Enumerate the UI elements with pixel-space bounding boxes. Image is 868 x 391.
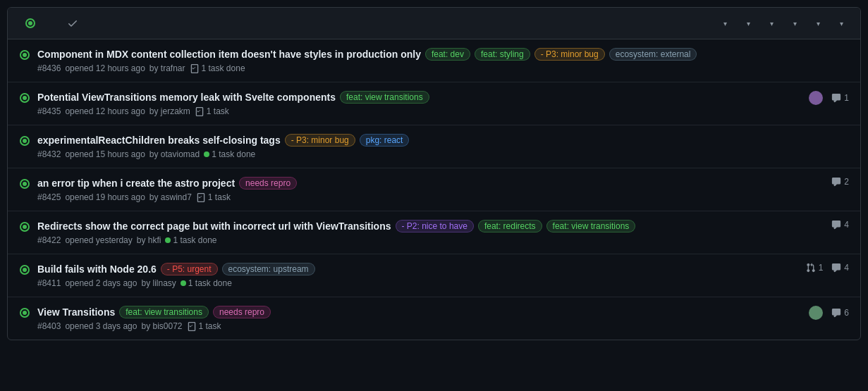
issue-label[interactable]: - P2: nice to have: [396, 220, 474, 232]
issue-title-line: Build fails with Node 20.6- P5: urgentec…: [37, 263, 799, 275]
issues-list: ▾ ▾ ▾ ▾ ▾ ▾ Component in: [7, 7, 861, 340]
issue-label[interactable]: - P3: minor bug: [285, 134, 355, 147]
issue-label[interactable]: ecosystem: upstream: [222, 263, 315, 275]
header-filter-buttons: ▾ ▾ ▾ ▾ ▾ ▾: [715, 17, 849, 30]
issue-label[interactable]: - P3: minor bug: [534, 48, 605, 61]
issue-meta: #8436opened 12 hours agoby trafnar 1 tas…: [37, 63, 842, 73]
issue-content: View Transitionsfeat: view transitionsne…: [37, 306, 802, 331]
issue-author: by otaviomad: [149, 149, 200, 159]
table-row: experimentalReactChildren breaks self-cl…: [8, 125, 860, 168]
issue-opened: opened 2 days ago: [65, 278, 137, 288]
avatar: [809, 91, 823, 105]
comment-icon: [831, 220, 841, 230]
issue-label[interactable]: feat: styling: [475, 48, 530, 61]
open-issue-icon: [19, 221, 30, 235]
projects-filter-button[interactable]: ▾: [762, 17, 779, 30]
task-status: 1 task: [196, 192, 231, 202]
issue-number: #8432: [37, 149, 61, 159]
issue-title[interactable]: Potential ViewTransitions memory leak wi…: [37, 92, 336, 103]
milestones-chevron-icon: ▾: [793, 20, 797, 27]
issue-label[interactable]: needs repro: [213, 306, 271, 318]
comment-count-number: 1: [844, 93, 849, 103]
comment-count-number: 4: [844, 263, 849, 273]
svg-point-11: [23, 225, 27, 229]
comment-count-number: 6: [844, 308, 849, 318]
table-row: Build fails with Node 20.6- P5: urgentec…: [8, 254, 860, 297]
issue-label[interactable]: pkg: react: [360, 134, 410, 147]
issue-title-line: View Transitionsfeat: view transitionsne…: [37, 306, 802, 318]
issue-content: Potential ViewTransitions memory leak wi…: [37, 91, 802, 116]
issue-opened: opened 12 hours ago: [65, 63, 145, 73]
issue-title[interactable]: experimentalReactChildren breaks self-cl…: [37, 135, 281, 146]
assignee-filter-button[interactable]: ▾: [808, 17, 826, 30]
checklist-icon: [195, 106, 204, 116]
author-chevron-icon: ▾: [723, 20, 727, 27]
issue-meta: #8425opened 19 hours agoby aswind7 1 tas…: [37, 192, 824, 202]
svg-point-7: [23, 139, 27, 143]
author-filter-button[interactable]: ▾: [715, 17, 733, 30]
open-issue-icon: [19, 307, 30, 321]
issue-content: an error tip when i create the astro pro…: [37, 177, 824, 202]
open-issues-icon: [25, 18, 36, 29]
issue-title[interactable]: an error tip when i create the astro pro…: [37, 178, 235, 189]
issue-label[interactable]: needs repro: [239, 177, 297, 190]
svg-point-13: [23, 268, 27, 272]
svg-point-1: [28, 21, 32, 25]
issue-author: by hkfi: [137, 235, 161, 245]
issues-header: ▾ ▾ ▾ ▾ ▾ ▾: [8, 8, 860, 39]
comment-count: 4: [831, 263, 849, 273]
issue-author: by aswind7: [149, 192, 192, 202]
comment-count: 4: [831, 220, 849, 230]
comment-icon: [831, 263, 841, 273]
issue-label[interactable]: feat: view transitions: [340, 91, 429, 104]
issue-title[interactable]: Redirects show the correct page but with…: [37, 221, 391, 232]
issue-author: by bis0072: [141, 321, 182, 331]
milestones-filter-button[interactable]: ▾: [785, 17, 802, 30]
issue-label[interactable]: feat: redirects: [478, 220, 542, 232]
issue-meta: #8432opened 15 hours agoby otaviomad1 ta…: [37, 149, 842, 159]
comment-count-number: 4: [844, 220, 849, 230]
comment-count: 2: [831, 177, 849, 187]
assignee-chevron-icon: ▾: [817, 20, 820, 27]
issue-opened: opened 12 hours ago: [65, 106, 145, 116]
issue-title[interactable]: Build fails with Node 20.6: [37, 263, 157, 275]
issue-number: #8422: [37, 235, 61, 245]
issue-title-line: Potential ViewTransitions memory leak wi…: [37, 91, 802, 104]
open-issue-icon: [19, 135, 30, 149]
comment-count-number: 2: [844, 177, 849, 187]
sort-chevron-icon: ▾: [840, 20, 843, 27]
issue-number: #8425: [37, 192, 61, 202]
label-filter-button[interactable]: ▾: [738, 17, 756, 30]
issue-number: #8435: [37, 106, 61, 116]
issue-meta: #8403opened 3 days agoby bis0072 1 task: [37, 321, 802, 331]
open-issue-icon: [19, 264, 30, 278]
issue-author: by jerzakm: [149, 106, 190, 116]
issue-opened: opened 19 hours ago: [65, 192, 145, 202]
issue-number: #8411: [37, 278, 61, 288]
issue-label[interactable]: feat: dev: [425, 48, 470, 61]
comment-icon: [831, 177, 841, 187]
sort-filter-button[interactable]: ▾: [831, 17, 849, 30]
issue-label[interactable]: - P5: urgent: [161, 263, 218, 275]
issue-label[interactable]: ecosystem: external: [609, 48, 697, 61]
issue-title[interactable]: Component in MDX content collection item…: [37, 49, 421, 60]
issue-right-actions: 14: [806, 263, 849, 273]
svg-point-9: [23, 182, 27, 186]
open-issues-button[interactable]: [19, 15, 50, 32]
issue-number: #8403: [37, 321, 61, 331]
closed-issues-button[interactable]: [61, 15, 92, 32]
issue-content: Build fails with Node 20.6- P5: urgentec…: [37, 263, 799, 288]
task-status: 1 task done: [204, 149, 255, 159]
issue-content: Redirects show the correct page but with…: [37, 220, 824, 245]
issue-number: #8436: [37, 63, 61, 73]
task-status: 1 task done: [181, 278, 232, 288]
task-text: 1 task: [199, 321, 221, 331]
task-status: 1 task done: [190, 63, 245, 73]
pr-icon: [806, 263, 816, 273]
issue-title[interactable]: View Transitions: [37, 306, 115, 318]
open-issue-icon: [19, 92, 30, 106]
issue-label[interactable]: feat: view transitions: [119, 306, 209, 318]
issue-label[interactable]: feat: view transitions: [546, 220, 636, 232]
task-text: 1 task done: [202, 63, 245, 73]
header-status-filters: [19, 15, 92, 32]
